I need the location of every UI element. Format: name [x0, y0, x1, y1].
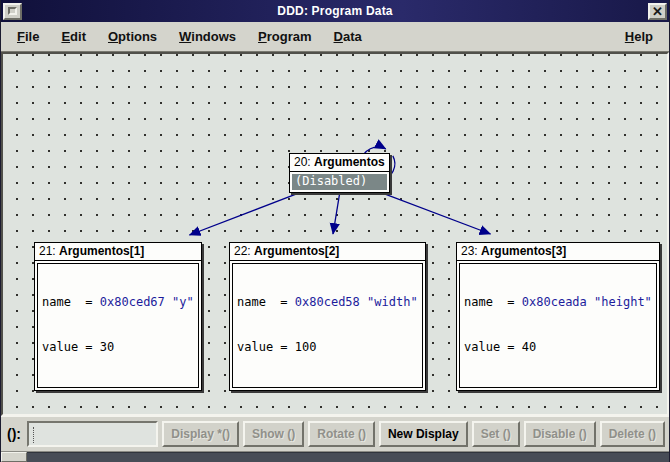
display-box-20-status[interactable]: (Disabled)	[292, 174, 387, 190]
display-box-23[interactable]: 23: Argumentos[3] name = 0x80ceada "heig…	[456, 242, 660, 391]
display-box-21-title: 21: Argumentos[1]	[35, 243, 201, 261]
value-row: name = 0x80ced58 "width"	[237, 295, 418, 310]
display-box-21-values[interactable]: name = 0x80ced67 "y" value = 30	[37, 263, 199, 388]
display-box-22-values[interactable]: name = 0x80ced58 "width" value = 100	[232, 263, 423, 388]
edge-20-21	[189, 191, 303, 235]
display-box-22[interactable]: 22: Argumentos[2] name = 0x80ced58 "widt…	[229, 242, 426, 391]
argument-input[interactable]	[27, 421, 158, 447]
text-caret	[33, 427, 34, 443]
value-row: value = 30	[42, 340, 194, 355]
rotate-button[interactable]: Rotate ()	[308, 421, 375, 447]
display-button[interactable]: Display *()	[162, 421, 239, 447]
horizontal-scrollbar[interactable]	[1, 451, 669, 462]
scrollbar-trough[interactable]	[27, 452, 669, 462]
menu-file[interactable]: File	[11, 26, 45, 47]
scrollbar-thumb[interactable]	[1, 452, 27, 462]
value-row: name = 0x80ced67 "y"	[42, 295, 194, 310]
delete-button[interactable]: Delete ()	[600, 421, 665, 447]
ddd-program-data-window: DDD: Program Data ✕ File Edit Options Wi…	[0, 0, 670, 462]
edge-20-23	[378, 191, 491, 234]
display-box-23-values[interactable]: name = 0x80ceada "height" value = 40	[459, 263, 657, 388]
titlebar: DDD: Program Data ✕	[1, 0, 669, 22]
close-icon: ✕	[652, 5, 663, 18]
menu-windows[interactable]: Windows	[173, 26, 242, 47]
window-menu-icon	[8, 7, 17, 15]
edge-20-22	[333, 191, 340, 234]
close-button[interactable]: ✕	[648, 3, 667, 20]
display-box-22-title: 22: Argumentos[2]	[230, 243, 425, 261]
data-display-canvas[interactable]: 20: Argumentos (Disabled) 21: Argumentos…	[1, 52, 669, 416]
new-display-button[interactable]: New Display	[379, 421, 468, 447]
show-button[interactable]: Show ()	[243, 421, 304, 447]
display-box-23-title: 23: Argumentos[3]	[457, 243, 659, 261]
menu-edit[interactable]: Edit	[55, 26, 92, 47]
window-title: DDD: Program Data	[22, 4, 648, 18]
argument-label: ():	[7, 426, 21, 442]
menu-options[interactable]: Options	[102, 26, 163, 47]
menu-help[interactable]: Help	[619, 26, 659, 47]
value-row: value = 100	[237, 340, 418, 355]
display-box-20-title: 20: Argumentos	[290, 154, 389, 172]
display-box-21[interactable]: 21: Argumentos[1] name = 0x80ced67 "y" v…	[34, 242, 202, 391]
menubar: File Edit Options Windows Program Data H…	[1, 22, 669, 52]
menu-program[interactable]: Program	[252, 26, 317, 47]
display-box-20[interactable]: 20: Argumentos (Disabled)	[289, 153, 390, 193]
value-row: name = 0x80ceada "height"	[464, 295, 652, 310]
menu-data[interactable]: Data	[328, 26, 368, 47]
window-menu-button[interactable]	[3, 3, 22, 20]
disable-button[interactable]: Disable ()	[524, 421, 596, 447]
argument-toolbar: (): Display *() Show () Rotate () New Di…	[1, 416, 669, 451]
value-row: value = 40	[464, 340, 652, 355]
set-button[interactable]: Set ()	[472, 421, 520, 447]
